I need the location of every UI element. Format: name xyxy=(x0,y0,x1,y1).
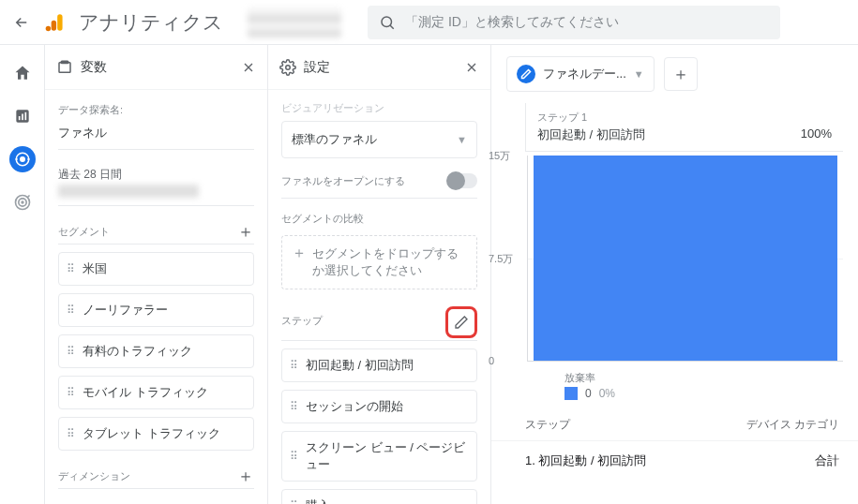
legend-pct: 0% xyxy=(599,387,615,400)
nav-home-icon[interactable] xyxy=(9,60,36,86)
add-tab-button[interactable]: ＋ xyxy=(664,57,698,91)
step-percentage: 100% xyxy=(801,126,832,143)
svg-rect-5 xyxy=(18,116,20,120)
variables-icon xyxy=(56,59,73,76)
segment-chip[interactable]: ⠿米国 xyxy=(58,252,254,286)
segments-section-title: セグメント xyxy=(58,225,110,239)
chip-label: ノーリファラー xyxy=(83,302,168,319)
exploration-tab[interactable]: ファネルデー... ▼ xyxy=(506,56,655,92)
chip-label: 米国 xyxy=(83,260,107,277)
svg-rect-1 xyxy=(52,20,56,30)
step-chip[interactable]: ⠿購入 xyxy=(281,489,477,504)
table-header-cell: ステップ xyxy=(525,417,570,433)
nav-explore-icon[interactable] xyxy=(9,146,36,172)
drag-handle-icon: ⠿ xyxy=(67,346,75,357)
edit-steps-button-highlighted[interactable] xyxy=(445,306,477,338)
segment-dropzone[interactable]: ＋ セグメントをドロップするか選択してください xyxy=(281,235,477,289)
chip-label: モバイル トラフィック xyxy=(83,384,208,401)
steps-label: ステップ xyxy=(281,314,323,328)
dimensions-section-title: ディメンション xyxy=(58,469,130,483)
y-axis-tick: 0 xyxy=(489,355,494,366)
nav-reports-icon[interactable] xyxy=(9,103,36,129)
analytics-logo-icon xyxy=(43,10,68,35)
close-settings-icon[interactable] xyxy=(464,60,479,75)
y-axis-tick: 15万 xyxy=(489,149,510,163)
close-variables-icon[interactable] xyxy=(241,60,256,75)
dropzone-text: セグメントをドロップするか選択してください xyxy=(312,245,467,279)
date-range-blurred xyxy=(58,185,199,198)
y-axis-tick: 7.5万 xyxy=(489,251,513,265)
funnel-chart: 15万 7.5万 0 xyxy=(527,156,843,362)
segment-compare-label: セグメントの比較 xyxy=(281,212,477,226)
add-dimension-button[interactable]: ＋ xyxy=(237,467,254,484)
account-selector-blurred[interactable] xyxy=(248,7,341,37)
open-funnel-label: ファネルをオープンにする xyxy=(281,174,405,188)
exploration-name-label: データ探索名: xyxy=(58,103,254,117)
nav-target-icon[interactable] xyxy=(9,189,36,215)
table-header-cell: デバイス カテゴリ xyxy=(746,417,839,433)
visualization-label: ビジュアリゼーション xyxy=(281,101,477,115)
chip-label: 初回起動 / 初回訪問 xyxy=(306,357,414,374)
settings-panel-title: 設定 xyxy=(304,59,330,76)
svg-point-3 xyxy=(382,17,392,27)
chip-label: セッションの開始 xyxy=(306,398,403,415)
svg-rect-6 xyxy=(22,114,23,121)
drag-handle-icon: ⠿ xyxy=(67,387,75,398)
visualization-dropdown[interactable]: 標準のファネル ▼ xyxy=(281,121,477,158)
chart-step-heading: ステップ 1 初回起動 / 初回訪問 100% xyxy=(525,103,843,152)
svg-point-2 xyxy=(46,25,51,30)
gear-icon xyxy=(279,59,296,76)
search-icon xyxy=(379,14,396,31)
drag-handle-icon: ⠿ xyxy=(290,500,298,504)
search-placeholder: 「測定 ID」と検索してみてください xyxy=(405,14,619,31)
segment-chip[interactable]: ⠿ノーリファラー xyxy=(58,293,254,327)
edit-tab-icon xyxy=(517,65,535,83)
nav-rail xyxy=(0,45,45,504)
drag-handle-icon: ⠿ xyxy=(67,263,75,274)
svg-rect-0 xyxy=(57,14,62,30)
chevron-down-icon[interactable]: ▼ xyxy=(634,68,644,80)
back-arrow-icon[interactable] xyxy=(8,8,36,37)
segment-chip[interactable]: ⠿タブレット トラフィック xyxy=(58,417,254,451)
step-kicker: ステップ 1 xyxy=(537,111,832,125)
step-chip[interactable]: ⠿初回起動 / 初回訪問 xyxy=(281,348,477,382)
svg-rect-12 xyxy=(59,62,70,72)
chart-legend: 放棄率 0 0% xyxy=(564,371,843,400)
drag-handle-icon: ⠿ xyxy=(67,428,75,439)
pencil-icon xyxy=(454,315,469,330)
table-row[interactable]: 1. 初回起動 / 初回訪問 合計 xyxy=(491,440,858,477)
step-chip[interactable]: ⠿スクリーン ビュー / ページビュー xyxy=(281,431,477,482)
step-chip[interactable]: ⠿セッションの開始 xyxy=(281,390,477,423)
chevron-down-icon: ▼ xyxy=(457,134,467,145)
chip-label: タブレット トラフィック xyxy=(83,425,220,442)
drag-handle-icon: ⠿ xyxy=(67,304,75,316)
drag-handle-icon: ⠿ xyxy=(290,401,298,412)
chip-label: 有料のトラフィック xyxy=(83,343,192,360)
app-title: アナリティクス xyxy=(79,9,223,36)
chip-label: 購入 xyxy=(306,497,330,504)
chip-label: スクリーン ビュー / ページビュー xyxy=(306,439,469,473)
svg-point-11 xyxy=(22,201,23,203)
legend-value: 0 xyxy=(585,387,592,400)
open-funnel-toggle[interactable] xyxy=(447,173,477,188)
legend-title: 放棄率 xyxy=(564,371,615,385)
dropdown-value: 標準のファネル xyxy=(292,131,377,148)
add-segment-button[interactable]: ＋ xyxy=(237,223,254,240)
svg-rect-7 xyxy=(24,112,26,120)
search-input[interactable]: 「測定 ID」と検索してみてください xyxy=(368,6,780,39)
chart-bar xyxy=(534,156,837,361)
drag-handle-icon: ⠿ xyxy=(290,360,298,371)
step-name: 初回起動 / 初回訪問 xyxy=(537,126,645,143)
table-header-row: ステップ デバイス カテゴリ xyxy=(491,400,858,440)
segment-chip[interactable]: ⠿モバイル トラフィック xyxy=(58,376,254,409)
table-cell: 1. 初回起動 / 初回訪問 xyxy=(525,452,646,469)
legend-swatch xyxy=(564,387,578,400)
plus-icon: ＋ xyxy=(292,245,307,260)
segment-chip[interactable]: ⠿有料のトラフィック xyxy=(58,334,254,368)
table-cell: 合計 xyxy=(815,452,839,469)
exploration-name-input[interactable]: ファネル xyxy=(58,121,254,150)
tab-label: ファネルデー... xyxy=(543,66,626,82)
date-range-label[interactable]: 過去 28 日間 xyxy=(58,167,254,183)
svg-point-14 xyxy=(286,65,291,69)
variables-panel-title: 変数 xyxy=(81,59,107,76)
